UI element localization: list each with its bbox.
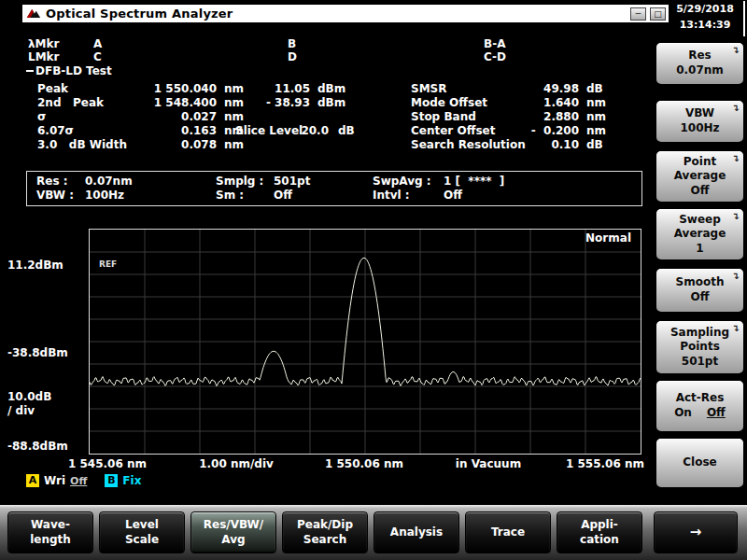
legend-dash [26, 70, 34, 72]
result-unit: nm [586, 124, 606, 137]
softkey-line: Close [656, 455, 743, 470]
softkey-sampling-points[interactable]: ↴ Sampling Points 501pt [656, 321, 743, 373]
fkey-peak-dip-search[interactable]: Peak/Dip Search [282, 511, 368, 553]
slice-level-value: 20.0 [295, 124, 329, 137]
softkey-line: Off [656, 290, 743, 305]
result-label: SMSR [411, 82, 446, 95]
submenu-arrow-icon: ↴ [732, 322, 740, 334]
marker-d-label: D [288, 50, 297, 63]
result-label: σ [37, 110, 46, 123]
result-unit: nm [224, 138, 244, 151]
act-res-toggle: On Off [656, 406, 743, 421]
submenu-arrow-icon: ↴ [732, 210, 740, 222]
fkey-res-vbw-avg[interactable]: Res/VBW/ Avg [190, 511, 276, 553]
fkey-line: Level [100, 518, 184, 533]
softkey-line: Off [656, 184, 743, 199]
fkey-line: Scale [100, 533, 184, 548]
fkey-line: Peak/Dip [283, 518, 367, 533]
result-value: 1 550.040 [112, 82, 217, 95]
trace-status-bar: A Wri Off B Fix [26, 474, 141, 487]
y-axis-label-top: 11.2dBm [7, 259, 63, 272]
softkey-close[interactable]: Close [656, 439, 743, 487]
fkey-level-scale[interactable]: Level Scale [99, 511, 185, 553]
fkey-line: Wave- [8, 518, 92, 533]
x-axis-label-center: 1 550.06 nm [325, 457, 403, 470]
result-value: 49.98 [484, 82, 579, 95]
softkey-line: 501pt [656, 355, 743, 370]
result-label: 6.07σ [37, 124, 74, 137]
softkey-line: Point [656, 155, 743, 170]
result-row-sigma: σ 0.027 nm Stop Band 2.880 nm [0, 110, 669, 124]
right-arrow-icon: → [655, 524, 737, 542]
result-label: Center Offset [411, 124, 495, 137]
marker-b-label: B [288, 37, 296, 50]
fkey-line: Res/VBW/ [191, 518, 275, 533]
vbw-value: 100Hz [85, 189, 124, 203]
lambda-marker-label: λMkr [28, 37, 59, 50]
minimize-button[interactable]: ─ [630, 7, 646, 21]
fkey-line: Trace [466, 525, 550, 540]
intvl-value: Off [444, 189, 462, 203]
fkey-line: length [8, 533, 92, 548]
result-value: 0.078 [112, 138, 217, 151]
submenu-arrow-icon: ↴ [732, 102, 740, 114]
osa-screen: { "titlebar": { "title": "Optical Spectr… [0, 0, 747, 560]
softkey-line: 1 [656, 242, 743, 257]
x-axis-label-stop: 1 555.06 nm [566, 457, 644, 470]
softkey-line: Sweep [656, 213, 743, 228]
function-key-bar: Wave- length Level Scale Res/VBW/ Avg Pe… [0, 505, 747, 560]
fkey-analysis[interactable]: Analysis [374, 511, 459, 553]
level-marker-label: LMkr [28, 50, 60, 63]
softkey-point-average[interactable]: ↴ Point Average Off [656, 151, 743, 202]
softkey-line: Average [656, 169, 743, 184]
trace-a-mode: Wri [44, 474, 65, 487]
smplg-value: 501pt [274, 175, 310, 189]
slice-level-label: Slice Level [235, 124, 303, 137]
settings-row: VBW :100Hz Sm :Off Intvl :Off [36, 189, 632, 203]
fkey-more-button[interactable]: → [654, 511, 738, 553]
result-row-peak: Peak 1 550.040 nm 11.05 dBm SMSR 49.98 d… [0, 82, 669, 96]
result-value: 2.880 [484, 110, 579, 123]
marker-b-a-label: B-A [484, 37, 505, 50]
fkey-line: Analysis [374, 525, 458, 540]
res-key: Res : [36, 175, 85, 189]
softkey-vbw[interactable]: ↴ VBW 100Hz [656, 101, 743, 142]
brand-logo-icon [25, 7, 42, 20]
result-label: 2nd Peak [37, 96, 104, 109]
softkey-smooth[interactable]: ↴ Smooth Off [656, 269, 743, 312]
fkey-wavelength[interactable]: Wave- length [7, 511, 93, 553]
fkey-application[interactable]: Appli- cation [557, 511, 642, 553]
level-marker-row: LMkr C D C-D [0, 50, 669, 63]
maximize-button[interactable]: □ [650, 7, 666, 21]
date-text: 5/29/2018 [669, 1, 741, 17]
result-value: 1.640 [484, 96, 579, 109]
result-unit: dB [586, 138, 603, 151]
fkey-trace[interactable]: Trace [465, 511, 551, 553]
fkey-line: cation [557, 533, 641, 548]
act-res-off-option[interactable]: Off [707, 406, 726, 421]
result-value: 0.10 [484, 138, 579, 151]
softkey-sweep-average[interactable]: ↴ Sweep Average 1 [656, 209, 743, 259]
result-unit: nm [224, 110, 244, 123]
y-axis-div-label: 10.0dB [7, 390, 51, 403]
fkey-line: Appli- [557, 518, 641, 533]
softkey-line: VBW [656, 106, 743, 121]
result-unit: nm [586, 96, 606, 109]
sm-value: Off [274, 189, 292, 203]
intvl-key: Intvl : [373, 189, 444, 203]
result-value: - 0.200 [484, 124, 579, 137]
result-row-sigma6: 6.07σ 0.163 nm Slice Level 20.0 dB Cente… [0, 124, 669, 138]
y-axis-label-mid: -38.8dBm [7, 346, 68, 359]
wavelength-marker-row: λMkr A B B-A [0, 37, 669, 50]
time-text: 13:14:39 [669, 17, 741, 33]
act-res-on-option[interactable]: On [674, 406, 692, 421]
softkey-res[interactable]: ↴ Res 0.07nm [656, 43, 743, 84]
softkey-line: Average [656, 227, 743, 242]
softkey-line: Sampling [656, 326, 743, 341]
softkey-act-res[interactable]: Act-Res On Off [656, 381, 743, 431]
trace-canvas [90, 230, 641, 454]
x-axis-label-start: 1 545.06 nm [68, 457, 147, 470]
marker-c-label: C [93, 50, 102, 63]
settings-row: Res :0.07nm Smplg :501pt SwpAvg :1 [ ***… [36, 175, 632, 189]
spectrum-graph: Normal REF [89, 229, 641, 455]
